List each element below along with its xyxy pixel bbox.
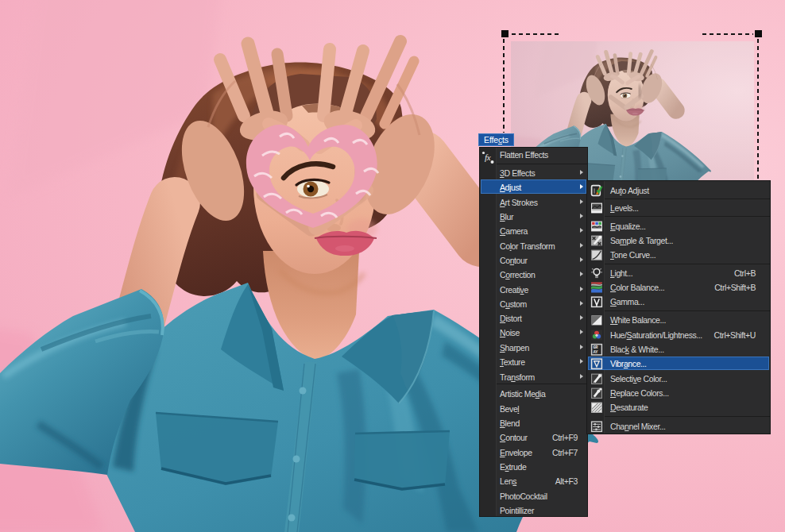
svg-text:fx: fx (485, 152, 491, 162)
